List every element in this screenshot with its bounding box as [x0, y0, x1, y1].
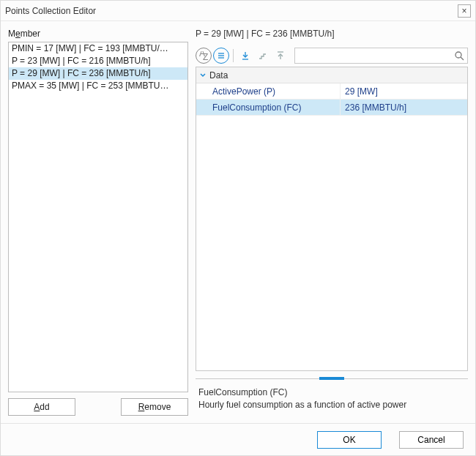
- property-row[interactable]: FuelConsumption (FC) 236 [MMBTU/h]: [196, 100, 467, 116]
- close-icon: ×: [461, 6, 466, 16]
- property-search[interactable]: [294, 48, 468, 64]
- member-item[interactable]: PMIN = 17 [MW] | FC = 193 [MMBTU/…: [9, 42, 187, 55]
- toolbar-separator: [233, 49, 234, 62]
- title-bar: Points Collection Editor ×: [1, 1, 475, 21]
- steps-icon[interactable]: [255, 48, 271, 64]
- svg-point-7: [455, 52, 461, 58]
- cancel-button[interactable]: Cancel: [399, 431, 464, 449]
- chevron-down-icon[interactable]: [199, 72, 209, 79]
- search-icon: [454, 51, 464, 61]
- category-label: Data: [209, 70, 228, 81]
- property-name: FuelConsumption (FC): [196, 100, 340, 115]
- svg-text:Z: Z: [203, 52, 208, 60]
- svg-line-8: [461, 57, 464, 60]
- member-item[interactable]: P = 29 [MW] | FC = 236 [MMBTU/h]: [9, 67, 187, 80]
- member-list[interactable]: PMIN = 17 [MW] | FC = 193 [MMBTU/… P = 2…: [8, 42, 188, 392]
- search-input[interactable]: [298, 50, 454, 61]
- member-item[interactable]: PMAX = 35 [MW] | FC = 253 [MMBTU…: [9, 80, 187, 92]
- property-value[interactable]: 29 [MW]: [340, 83, 467, 99]
- member-item[interactable]: P = 23 [MW] | FC = 216 [MMBTU/h]: [9, 55, 187, 67]
- ok-button[interactable]: OK: [317, 431, 382, 449]
- window-title: Points Collection Editor: [5, 6, 458, 16]
- category-row[interactable]: Data: [196, 67, 467, 83]
- upload-icon[interactable]: [272, 48, 289, 64]
- propertygrid-toolbar: AZ: [196, 46, 468, 65]
- download-icon[interactable]: [237, 48, 253, 64]
- sort-alpha-icon[interactable]: AZ: [196, 48, 212, 64]
- remove-button[interactable]: Remove: [121, 398, 188, 416]
- description-text: Hourly fuel consumption as a function of…: [198, 399, 465, 411]
- propertygrid-blank: [196, 116, 467, 370]
- property-value[interactable]: 236 [MMBTU/h]: [340, 100, 467, 115]
- property-name: ActivePower (P): [196, 83, 340, 99]
- splitter-handle-icon[interactable]: [319, 377, 344, 380]
- property-row[interactable]: ActivePower (P) 29 [MW]: [196, 83, 467, 100]
- property-grid[interactable]: Data ActivePower (P) 29 [MW] FuelConsump…: [196, 67, 468, 371]
- categorized-icon[interactable]: [213, 48, 229, 64]
- selection-summary: P = 29 [MW] | FC = 236 [MMBTU/h]: [196, 29, 468, 42]
- member-label: Member: [8, 29, 188, 39]
- add-button[interactable]: Add: [8, 398, 75, 416]
- description-splitter[interactable]: [196, 377, 468, 381]
- description-panel: FuelConsumption (FC) Hourly fuel consump…: [196, 381, 468, 416]
- description-name: FuelConsumption (FC): [198, 387, 465, 397]
- close-button[interactable]: ×: [458, 4, 471, 18]
- dialog-footer: OK Cancel: [1, 423, 475, 455]
